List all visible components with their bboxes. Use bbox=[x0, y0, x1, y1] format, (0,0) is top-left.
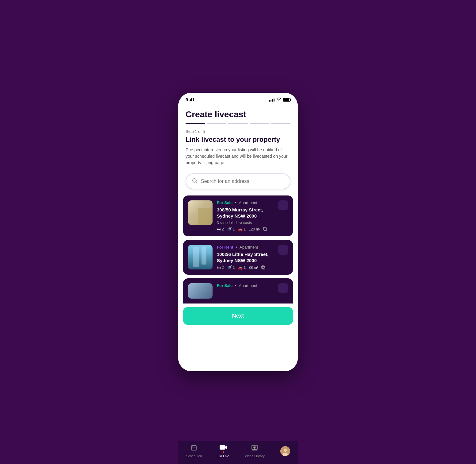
listing-dot: • bbox=[235, 283, 236, 288]
area: 120 m² bbox=[249, 227, 260, 231]
listing-card-partial: For Sale • Apartment bbox=[183, 278, 293, 304]
copy-icon bbox=[261, 265, 266, 270]
car-icon: 🚗 bbox=[238, 227, 243, 231]
listing-category: Apartment bbox=[239, 283, 257, 288]
bed-icon: 🛏 bbox=[217, 265, 221, 270]
listing-status: For Sale bbox=[217, 200, 232, 205]
search-container bbox=[186, 173, 290, 189]
listing-features: 🛏 2 🚿 1 🚗 1 88 m² bbox=[217, 265, 274, 270]
checkbox-icon bbox=[281, 203, 285, 207]
listing-status: For Sale bbox=[217, 283, 232, 288]
content-area: Create livecast Step 1 of 5 Link livecas… bbox=[178, 105, 298, 371]
parking: 🚗 1 bbox=[238, 265, 246, 270]
listing-info: For Rent • Apartment 1002/6 Little Hay S… bbox=[217, 245, 274, 270]
listings-container: For Sale • Apartment 308/50 Murray Stree… bbox=[178, 195, 298, 304]
search-input[interactable] bbox=[201, 179, 284, 184]
bath-icon: 🚿 bbox=[227, 227, 232, 231]
step-description: Prospect interested in your listing will… bbox=[186, 147, 290, 166]
bed-icon: 🛏 bbox=[217, 227, 221, 231]
listing-status: For Rent bbox=[217, 245, 233, 249]
listing-card: For Sale • Apartment 308/50 Murray Stree… bbox=[183, 195, 293, 236]
listing-type-row: For Sale • Apartment bbox=[217, 200, 274, 205]
listing-category: Apartment bbox=[239, 200, 257, 205]
battery-icon bbox=[283, 98, 290, 102]
listing-scheduled: 3 scheduled livecasts bbox=[217, 221, 274, 225]
listing-image bbox=[188, 200, 213, 225]
bedrooms: 🛏 2 bbox=[217, 265, 224, 270]
listing-image bbox=[188, 245, 213, 269]
next-button[interactable]: Next bbox=[183, 307, 293, 325]
page-header: Create livecast Step 1 of 5 Link livecas… bbox=[178, 105, 298, 166]
listing-address: 308/50 Murray Street, Sydney NSW 2000 bbox=[217, 207, 274, 219]
status-time: 9:41 bbox=[186, 97, 195, 102]
status-bar: 9:41 bbox=[178, 93, 298, 105]
area: 88 m² bbox=[249, 265, 258, 270]
listing-info: For Sale • Apartment 308/50 Murray Stree… bbox=[217, 200, 274, 231]
signal-icon bbox=[269, 98, 274, 102]
listing-dot: • bbox=[235, 200, 236, 205]
progress-step-5 bbox=[271, 123, 290, 124]
listing-address: 1002/6 Little Hay Street, Sydney NSW 200… bbox=[217, 251, 274, 263]
bedrooms: 🛏 2 bbox=[217, 227, 224, 231]
progress-bar bbox=[186, 123, 290, 124]
listing-category: Apartment bbox=[240, 245, 258, 249]
progress-step-3 bbox=[228, 123, 248, 124]
svg-line-1 bbox=[196, 182, 197, 183]
listing-type-row: For Sale • Apartment bbox=[217, 283, 274, 288]
bathrooms: 🚿 1 bbox=[227, 265, 235, 270]
progress-step-4 bbox=[250, 123, 269, 124]
parking: 🚗 1 bbox=[238, 227, 246, 231]
listing-info: For Sale • Apartment bbox=[217, 283, 274, 290]
page-title: Create livecast bbox=[186, 110, 290, 119]
copy-icon-wrapper bbox=[261, 265, 266, 270]
bath-icon: 🚿 bbox=[227, 265, 232, 270]
car-icon: 🚗 bbox=[238, 265, 243, 270]
status-icons bbox=[269, 97, 290, 102]
select-listing-button[interactable] bbox=[278, 245, 288, 255]
step-label: Step 1 of 5 bbox=[186, 129, 290, 134]
listing-type-row: For Rent • Apartment bbox=[217, 245, 274, 249]
search-icon bbox=[192, 178, 198, 185]
wifi-icon bbox=[276, 97, 281, 102]
select-listing-button[interactable] bbox=[278, 200, 288, 210]
progress-step-2 bbox=[207, 123, 227, 124]
listing-dot: • bbox=[236, 245, 237, 249]
progress-step-1 bbox=[186, 123, 205, 124]
bathrooms: 🚿 1 bbox=[227, 227, 235, 231]
phone-frame: 9:41 Create livecast bbox=[178, 93, 298, 371]
listing-image bbox=[188, 283, 213, 299]
search-box[interactable] bbox=[186, 173, 290, 189]
copy-icon-wrapper bbox=[263, 227, 267, 231]
select-listing-button[interactable] bbox=[278, 283, 288, 293]
copy-icon bbox=[263, 227, 267, 231]
listing-card: For Rent • Apartment 1002/6 Little Hay S… bbox=[183, 240, 293, 275]
listing-features: 🛏 2 🚿 1 🚗 1 120 m² bbox=[217, 227, 274, 231]
step-heading: Link livecast to your property bbox=[186, 136, 290, 144]
